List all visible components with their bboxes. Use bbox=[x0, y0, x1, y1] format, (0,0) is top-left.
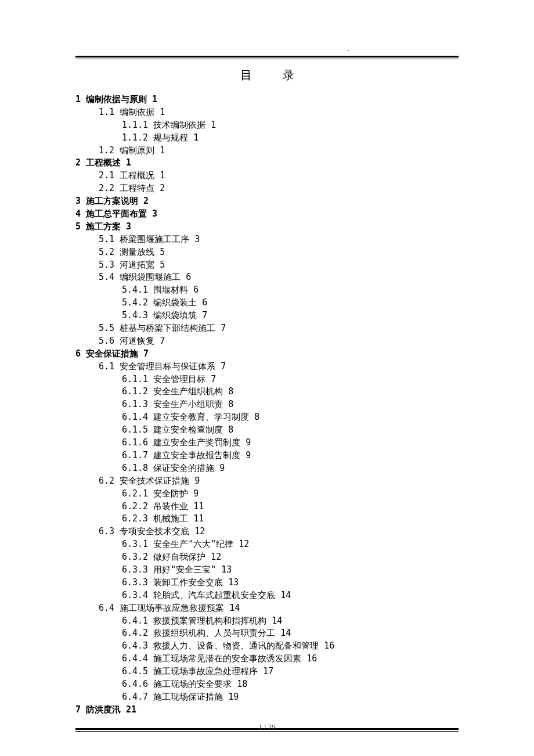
document-page: . 目 录 1 编制依据与原则 11.1 编制依据 11.1.1 技术编制依据 … bbox=[0, 0, 534, 732]
toc-entry-label: 6.1.6 建立安全生产奖罚制度 bbox=[122, 437, 240, 448]
toc-entry-page: 8 bbox=[223, 424, 233, 435]
toc-entry: 2.2 工程特点 2 bbox=[99, 182, 459, 195]
toc-entry-label: 1.1.1 技术编制依据 bbox=[122, 120, 205, 130]
toc-entry: 5.3 河道拓宽 5 bbox=[99, 259, 459, 272]
toc-entry-label: 6.3.4 轮胎式、汽车式起重机安全交底 bbox=[122, 590, 275, 600]
toc-entry: 5.6 河道恢复 7 bbox=[99, 335, 459, 348]
toc-entry-page: 12 bbox=[205, 552, 221, 562]
toc-entry: 6.1.7 建立安全事故报告制度 9 bbox=[122, 449, 459, 462]
toc-entry-label: 6.4.7 施工现场保证措施 bbox=[122, 692, 223, 702]
toc-entry-page: 1 bbox=[154, 170, 165, 181]
toc-entry: 6.4.3 救援人力、设备、物资、通讯的配备和管理 16 bbox=[122, 640, 459, 653]
toc-entry-label: 4 施工总平面布置 bbox=[75, 208, 147, 219]
toc-entry-page: 1 bbox=[154, 107, 165, 117]
toc-entry-page: 3 bbox=[147, 208, 157, 219]
toc-entry-label: 5.4.1 围堰材料 bbox=[122, 285, 188, 295]
toc-entry-page: 2 bbox=[154, 183, 165, 193]
toc-entry: 6.4 施工现场事故应急救援预案 14 bbox=[99, 602, 459, 615]
header-mark: . bbox=[75, 44, 459, 53]
toc-entry-label: 6.4.4 施工现场常见潜在的安全事故诱发因素 bbox=[122, 653, 301, 664]
toc-entry-label: 6.3.2 做好自我保护 bbox=[122, 552, 205, 562]
toc-entry-label: 1.2 编制原则 bbox=[99, 145, 154, 156]
toc-entry-label: 2.1 工程概况 bbox=[99, 170, 154, 181]
toc-entry-page: 12 bbox=[189, 526, 205, 537]
toc-entry-page: 1 bbox=[154, 145, 165, 156]
toc-entry: 5.5 桩基与桥梁下部结构施工 7 bbox=[99, 322, 459, 335]
toc-entry-page: 1 bbox=[188, 132, 199, 143]
toc-entry-page: 14 bbox=[266, 615, 282, 626]
toc-entry-label: 6.3.1 安全生产"六大"纪律 bbox=[122, 539, 233, 549]
toc-entry: 6.4.1 救援预案管理机构和指挥机构 14 bbox=[122, 615, 459, 628]
toc-entry-label: 6.3.3 用好"安全三宝" bbox=[122, 564, 216, 575]
toc-entry-page: 2 bbox=[138, 196, 149, 206]
toc-entry-label: 5.1 桥梁围堰施工工序 bbox=[99, 234, 189, 244]
toc-entry-page: 5 bbox=[154, 247, 165, 257]
toc-entry-label: 6.4 施工现场事故应急救援预案 bbox=[99, 603, 224, 613]
toc-entry-page: 13 bbox=[216, 564, 232, 575]
toc-entry-page: 12 bbox=[233, 539, 249, 549]
toc-entry-page: 3 bbox=[189, 234, 200, 244]
toc-entry-label: 5.3 河道拓宽 bbox=[99, 260, 154, 270]
toc-entry: 6.3.3 用好"安全三宝" 13 bbox=[122, 564, 459, 577]
toc-entry-label: 5.4.3 编织袋填筑 bbox=[122, 310, 197, 321]
toc-entry-page: 14 bbox=[224, 603, 240, 613]
toc-entry-page: 7 bbox=[215, 323, 226, 333]
toc-entry-page: 7 bbox=[197, 310, 207, 321]
toc-entry-page: 8 bbox=[223, 386, 233, 397]
toc-entry-page: 8 bbox=[223, 399, 233, 409]
toc-entry-label: 6.4.6 施工现场的安全要求 bbox=[122, 679, 232, 689]
toc-entry-label: 3 施工方案说明 bbox=[75, 196, 138, 206]
footer: 1 / 29 bbox=[75, 722, 459, 732]
toc-entry-page: 3 bbox=[121, 221, 131, 232]
toc-entry: 5.2 测量放线 5 bbox=[99, 246, 459, 259]
toc-entry-label: 6.3.3 装卸工作安全交底 bbox=[122, 577, 223, 588]
toc-entry-label: 6.1.2 安全生产组织机构 bbox=[122, 386, 223, 397]
toc-entry: 4 施工总平面布置 3 bbox=[75, 208, 459, 221]
toc-entry-page: 16 bbox=[319, 640, 334, 651]
toc-entry: 1.1 编制依据 1 bbox=[99, 106, 459, 119]
toc-entry-page: 7 bbox=[154, 336, 165, 346]
toc-entry-label: 6.1.8 保证安全的措施 bbox=[122, 463, 214, 473]
page-number: 1 / 29 bbox=[75, 722, 459, 732]
toc-entry: 2.1 工程概况 1 bbox=[99, 170, 459, 182]
toc-entry-label: 6 安全保证措施 bbox=[75, 348, 138, 359]
toc-entry-label: 6.4.3 救援人力、设备、物资、通讯的配备和管理 bbox=[122, 640, 319, 651]
toc-entry-label: 6.1.1 安全管理目标 bbox=[122, 374, 205, 384]
toc-entry-page: 16 bbox=[301, 653, 317, 664]
toc-entry: 1 编制依据与原则 1 bbox=[75, 93, 459, 106]
toc-entry: 6.4.7 施工现场保证措施 19 bbox=[122, 691, 459, 704]
toc-entry: 6.1.5 建立安全检查制度 8 bbox=[122, 424, 459, 437]
toc-entry-page: 8 bbox=[249, 412, 259, 422]
toc-entry-label: 7 防洪度汛 bbox=[75, 704, 121, 715]
toc-entry-page: 6 bbox=[181, 272, 191, 282]
toc-entry: 5.4.3 编织袋填筑 7 bbox=[122, 309, 459, 322]
toc-entry: 6.1.3 安全生产小组职责 8 bbox=[122, 398, 459, 411]
toc-entry: 1.2 编制原则 1 bbox=[99, 145, 459, 157]
toc-entry: 6.1 安全管理目标与保证体系 7 bbox=[99, 361, 459, 373]
toc-entry: 5.1 桥梁围堰施工工序 3 bbox=[99, 233, 459, 246]
toc-entry: 6.3.2 做好自我保护 12 bbox=[122, 551, 459, 564]
toc-entry-page: 7 bbox=[215, 361, 226, 372]
toc-entry-label: 6.1.3 安全生产小组职责 bbox=[122, 399, 223, 409]
toc-entry: 5.4.2 编织袋装土 6 bbox=[122, 297, 459, 309]
toc-entry-page: 13 bbox=[223, 577, 239, 588]
toc-entry: 6.1.6 建立安全生产奖罚制度 9 bbox=[122, 437, 459, 449]
toc-entry-label: 6.1.5 建立安全检查制度 bbox=[122, 424, 223, 435]
toc-entry-page: 11 bbox=[188, 501, 204, 512]
toc-entry-label: 6.3 专项安全技术交底 bbox=[99, 526, 189, 537]
toc-entry: 1.1.1 技术编制依据 1 bbox=[122, 119, 459, 132]
table-of-contents: 1 编制依据与原则 11.1 编制依据 11.1.1 技术编制依据 11.1.2… bbox=[75, 93, 459, 717]
page-title: 目 录 bbox=[75, 67, 459, 83]
toc-entry-label: 5.4 编织袋围堰施工 bbox=[99, 272, 181, 282]
toc-entry: 6.3.4 轮胎式、汽车式起重机安全交底 14 bbox=[122, 589, 459, 602]
toc-entry-label: 6.2.1 安全防护 bbox=[122, 488, 188, 499]
toc-entry: 6.1.4 建立安全教育、学习制度 8 bbox=[122, 411, 459, 424]
toc-entry: 6.1.8 保证安全的措施 9 bbox=[122, 462, 459, 475]
toc-entry-page: 6 bbox=[197, 297, 207, 308]
toc-entry: 3 施工方案说明 2 bbox=[75, 195, 459, 208]
toc-entry-page: 14 bbox=[275, 628, 291, 638]
toc-entry-label: 6.2 安全技术保证措施 bbox=[99, 476, 189, 486]
toc-entry: 6.4.5 施工现场事故应急处理程序 17 bbox=[122, 665, 459, 678]
toc-entry: 5.4 编织袋围堰施工 6 bbox=[99, 271, 459, 284]
toc-entry-label: 5 施工方案 bbox=[75, 221, 121, 232]
